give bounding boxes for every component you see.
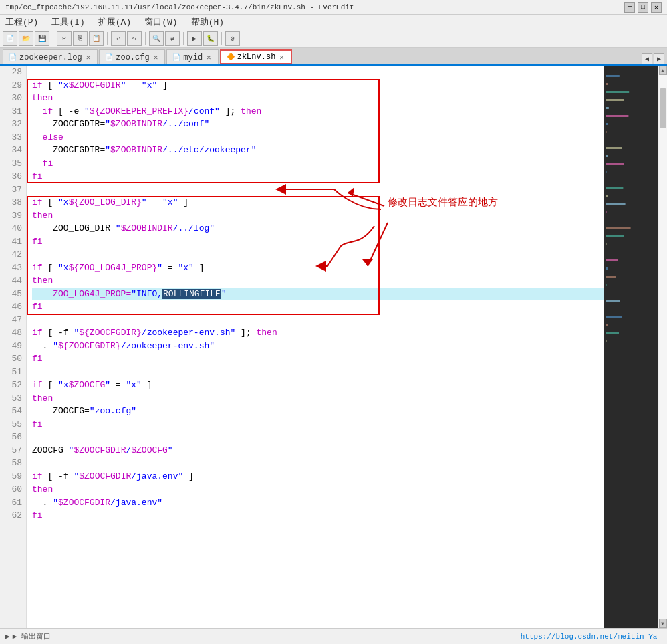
code-line[interactable]: then xyxy=(32,92,604,105)
scroll-track[interactable] xyxy=(659,75,667,619)
code-line[interactable]: then xyxy=(32,274,604,288)
code-line[interactable] xyxy=(32,314,604,327)
tb-paste[interactable]: 📋 xyxy=(89,31,104,46)
code-line[interactable]: then xyxy=(32,209,604,223)
menu-tools[interactable]: 工具(I) xyxy=(49,15,87,29)
maximize-button[interactable]: □ xyxy=(638,2,648,13)
tb-cut[interactable]: ✂ xyxy=(57,31,72,46)
menu-bar: 工程(P) 工具(I) 扩展(A) 窗口(W) 帮助(H) xyxy=(0,15,667,29)
code-line[interactable]: if [ -f "$ZOOCFGDIR/java.env" ] xyxy=(32,470,604,484)
code-editor[interactable]: if [ "x$ZOOCFGDIR" = "x" ]then if [ -e "… xyxy=(27,66,604,628)
tab-label-sh: zkEnv.sh xyxy=(237,52,276,62)
code-line[interactable]: . "$ZOOCFGDIR/java.env" xyxy=(32,496,604,510)
scroll-down-arrow[interactable]: ▼ xyxy=(659,619,667,628)
code-line[interactable]: fi xyxy=(32,300,604,314)
tab-myid[interactable]: 📄 myid ✕ xyxy=(166,49,218,64)
line-number: 43 xyxy=(0,261,22,275)
menu-window[interactable]: 窗口(W) xyxy=(142,15,180,29)
line-number: 35 xyxy=(0,157,22,171)
line-number: 33 xyxy=(0,131,22,144)
tb-sep1 xyxy=(53,32,53,45)
tb-sep2 xyxy=(107,32,108,45)
tb-settings[interactable]: ⚙ xyxy=(225,31,240,46)
title-text: tmp/cc_ftpcache/192.168.11.11/usr/local/… xyxy=(5,3,354,11)
tb-open[interactable]: 📂 xyxy=(19,31,33,46)
code-line[interactable] xyxy=(32,457,604,470)
tb-find[interactable]: 🔍 xyxy=(149,31,164,46)
code-line[interactable]: then xyxy=(32,392,604,405)
tb-redo[interactable]: ↪ xyxy=(127,31,142,46)
code-line[interactable]: fi xyxy=(32,235,604,249)
vertical-scrollbar[interactable]: ▲ ▼ xyxy=(658,66,667,628)
code-line[interactable] xyxy=(32,248,604,261)
code-line[interactable] xyxy=(32,431,604,444)
line-number: 57 xyxy=(0,444,22,457)
tab-prev-button[interactable]: ◀ xyxy=(642,53,652,64)
tab-close-log[interactable]: ✕ xyxy=(85,53,92,62)
scroll-thumb[interactable] xyxy=(660,88,666,128)
tb-debug[interactable]: 🐛 xyxy=(203,31,218,46)
tb-new[interactable]: 📄 xyxy=(3,31,17,46)
tab-close-sh[interactable]: ✕ xyxy=(278,53,285,62)
annotation-text: 修改日志文件答应的地方 xyxy=(388,196,498,209)
tab-zkenv-sh[interactable]: 🔶 zkEnv.sh ✕ xyxy=(220,49,292,64)
line-number: 41 xyxy=(0,235,22,249)
line-number: 32 xyxy=(0,118,22,131)
code-line[interactable]: if [ "x${ZOO_LOG4J_PROP}" = "x" ] xyxy=(32,261,604,275)
close-button[interactable]: ✕ xyxy=(651,2,662,13)
tab-close-myid[interactable]: ✕ xyxy=(205,53,213,62)
code-line[interactable]: . "${ZOOCFGDIR}/zookeeper-env.sh" xyxy=(32,340,604,353)
code-line[interactable]: if [ -f "${ZOOCFGDIR}/zookeeper-env.sh" … xyxy=(32,326,604,340)
tab-label-myid: myid xyxy=(183,53,203,62)
code-line[interactable]: fi xyxy=(32,352,604,366)
tab-next-button[interactable]: ▶ xyxy=(654,53,664,64)
code-line[interactable]: fi xyxy=(32,170,604,183)
tb-replace[interactable]: ⇄ xyxy=(165,31,180,46)
tb-undo[interactable]: ↩ xyxy=(111,31,126,46)
menu-extend[interactable]: 扩展(A) xyxy=(96,15,134,29)
blog-url: https://blog.csdn.net/meiLin_Ya_ xyxy=(521,633,662,641)
tb-sep3 xyxy=(145,32,146,45)
code-line[interactable]: ZOOCFG="$ZOOCFGDIR/$ZOOCFG" xyxy=(32,444,604,457)
line-number: 48 xyxy=(0,326,22,340)
code-line[interactable]: ZOO_LOG_DIR="$ZOOBINDIR/../log" xyxy=(32,222,604,235)
tb-run[interactable]: ▶ xyxy=(187,31,202,46)
line-number: 29 xyxy=(0,79,22,92)
code-line[interactable]: fi xyxy=(32,157,604,171)
code-line[interactable] xyxy=(32,366,604,379)
line-number: 45 xyxy=(0,288,22,301)
minimize-button[interactable]: ─ xyxy=(624,2,635,13)
tab-icon-myid: 📄 xyxy=(172,53,180,62)
code-line[interactable]: if [ -e "${ZOOKEEPER_PREFIX}/conf" ]; th… xyxy=(32,105,604,118)
code-line[interactable]: ZOOCFGDIR="$ZOOBINDIR/../etc/zookeeper" xyxy=(32,144,604,157)
line-number: 55 xyxy=(0,418,22,431)
output-window-label[interactable]: ▶ 输出窗口 xyxy=(13,631,51,641)
tab-zoo-cfg[interactable]: 📄 zoo.cfg ✕ xyxy=(99,49,165,64)
code-line[interactable] xyxy=(32,183,604,197)
code-line[interactable]: ZOO_LOG4J_PROP="INFO,ROLLINGFILE" xyxy=(32,288,604,301)
menu-project[interactable]: 工程(P) xyxy=(3,15,41,29)
code-line[interactable]: else xyxy=(32,131,604,144)
status-left: ▶ ▶ 输出窗口 xyxy=(5,631,51,641)
tab-zookeeper-log[interactable]: 📄 zookeeper.log ✕ xyxy=(3,49,98,64)
line-number: 52 xyxy=(0,379,22,392)
code-line[interactable]: then xyxy=(32,483,604,496)
scroll-up-arrow[interactable]: ▲ xyxy=(659,66,667,75)
code-line[interactable]: fi xyxy=(32,418,604,431)
tab-label-cfg: zoo.cfg xyxy=(116,53,149,62)
code-line[interactable]: if [ "x${ZOO_LOG_DIR}" = "x" ] xyxy=(32,196,604,209)
code-line[interactable]: if [ "x$ZOOCFGDIR" = "x" ] xyxy=(32,79,604,92)
tb-copy[interactable]: ⎘ xyxy=(73,31,88,46)
tab-icon-cfg: 📄 xyxy=(105,53,113,62)
tab-close-cfg[interactable]: ✕ xyxy=(152,53,160,62)
menu-help[interactable]: 帮助(H) xyxy=(188,15,227,29)
code-line[interactable]: fi xyxy=(32,509,604,522)
tab-icon-sh: 🔶 xyxy=(227,53,235,61)
tb-save[interactable]: 💾 xyxy=(35,31,49,46)
code-line[interactable]: ZOOCFG="zoo.cfg" xyxy=(32,405,604,418)
code-line[interactable]: if [ "x$ZOOCFG" = "x" ] xyxy=(32,379,604,392)
code-line[interactable] xyxy=(32,66,604,79)
tab-icon-log: 📄 xyxy=(9,53,17,62)
main-area: 2829303132333435363738394041424344454647… xyxy=(0,66,667,628)
code-line[interactable]: ZOOCFGDIR="$ZOOBINDIR/../conf" xyxy=(32,118,604,131)
